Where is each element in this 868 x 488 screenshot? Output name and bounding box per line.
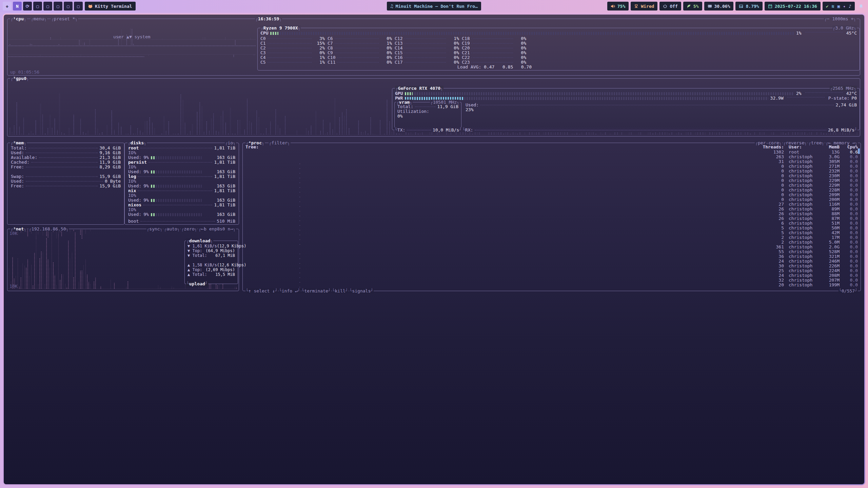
- update-interval-control[interactable]: − 1000ms +: [824, 16, 856, 21]
- process-row[interactable]: ├─220028Web Content(/nix/store/fqadd0bpr…: [245, 188, 858, 192]
- process-row[interactable]: ├─6472.ferdium-wrappe(/nix/store/a1pj8hx…: [245, 273, 858, 278]
- workspace-button[interactable]: ⟳: [23, 2, 32, 11]
- notifications-button[interactable]: [857, 2, 865, 11]
- select-control[interactable]: ↑ select ↓: [245, 288, 278, 293]
- gpu-meter-track: [405, 92, 794, 95]
- memory-row-label: Used:: [11, 150, 24, 155]
- disk-used-track: [151, 170, 202, 174]
- net-sync-button[interactable]: sync: [146, 226, 163, 231]
- core-name: C11: [328, 60, 335, 65]
- preset-button[interactable]: preset *: [51, 16, 78, 21]
- menu-button[interactable]: menu: [31, 16, 47, 21]
- process-row[interactable]: └─6536.ferdium-wrappe(/nix/store/a1pj8hx…: [245, 283, 858, 287]
- process-row[interactable]: [-]─1systemd(/run/current-system/systemd…: [245, 150, 858, 155]
- media-player-module[interactable]: ♫ Minuit Machine – Don't Run Fro…: [387, 2, 481, 11]
- process-row[interactable]: ├─11795WebExtensions(/nix/store/fqadd0bp…: [245, 159, 858, 164]
- volume-module[interactable]: 75%: [607, 2, 629, 11]
- core-name: C7: [328, 41, 333, 46]
- process-threads: 0: [762, 197, 784, 202]
- process-row[interactable]: ├─218067Web Content(/nix/store/fqadd0bpr…: [245, 169, 858, 174]
- info-control[interactable]: info ↵: [279, 288, 301, 293]
- net-zero-button[interactable]: zero: [181, 226, 197, 231]
- workspace-button[interactable]: ▢: [74, 2, 83, 11]
- process-scrollbar[interactable]: [858, 148, 860, 285]
- boot-disk-name: boot: [128, 219, 139, 224]
- process-user: christoph: [784, 240, 818, 245]
- filter-button[interactable]: filter: [269, 140, 291, 145]
- process-row[interactable]: ├─673288Web Content(/nix/store/fqadd0bpr…: [245, 207, 858, 211]
- io-toggle-button[interactable]: io: [225, 140, 236, 145]
- sort-column-selector[interactable]: ← memory →: [825, 140, 858, 145]
- process-row[interactable]: [-]─4783.ferdium-wrappe(/nix/store/a1pj8…: [245, 245, 858, 249]
- process-row[interactable]: ├─6511.ferdium-wrappe(/nix/store/a1pj8hx…: [245, 264, 858, 268]
- tray-icon[interactable]: ♪: [849, 4, 851, 8]
- workspace-button[interactable]: ▢: [43, 2, 52, 11]
- network-module[interactable]: Wired: [631, 2, 657, 11]
- tree-toggle[interactable]: tree: [808, 140, 825, 145]
- swap-stats: Swap: 15,9 GiB Used: 0 Byte: [11, 174, 121, 188]
- tray-icon[interactable]: ▣: [837, 4, 840, 8]
- per-core-toggle[interactable]: per-core: [755, 140, 782, 145]
- process-row[interactable]: ├─6654.ferdium-wrappe(/nix/store/a1pj8hx…: [245, 254, 858, 259]
- process-user: christoph: [784, 226, 818, 230]
- window-title-module[interactable]: Kitty Terminal: [85, 2, 136, 11]
- signals-control[interactable]: signals: [349, 288, 374, 293]
- process-row[interactable]: ├─11607Socket Process(/nix/store/fqadd0b…: [245, 221, 858, 226]
- tray-icon[interactable]: ≋: [832, 4, 834, 8]
- process-row[interactable]: ├─94753Web Content(/nix/store/fqadd0bprw…: [245, 164, 858, 169]
- net-interface-switcher[interactable]: ←b enp8s0 n→: [198, 226, 236, 231]
- scrollbar-thumb[interactable]: [858, 148, 860, 154]
- process-row[interactable]: ├─479390Web Content(/nix/store/fqadd0bpr…: [245, 197, 858, 202]
- terminate-control[interactable]: terminate: [301, 288, 331, 293]
- idle-inhibitor-module[interactable]: Off: [659, 2, 681, 11]
- disk-name: persist: [128, 160, 147, 165]
- process-row[interactable]: ├─41363Web Content(/nix/store/fqadd0bprw…: [245, 192, 858, 197]
- process-row[interactable]: [-]─11532.firefox-wrappe(/nix/store/fqad…: [245, 155, 858, 159]
- col-tree[interactable]: Tree:: [245, 144, 762, 150]
- process-row[interactable]: ├─11739RDD Process(/nix/store/fqadd0bprw…: [245, 226, 858, 230]
- core-name: C15: [395, 50, 402, 55]
- process-row[interactable]: ├─11732Privileged Cont(/nix/store/fqadd0…: [245, 202, 858, 207]
- process-row[interactable]: ├─11968.keepassxc-prox(/nix/store/bslpj6…: [245, 235, 858, 240]
- process-panel-title[interactable]: ⁴proc: [245, 140, 265, 145]
- process-row[interactable]: ├─11839Utility Process(/nix/store/fqadd0…: [245, 230, 858, 235]
- memory-panel-title[interactable]: ²mem: [10, 140, 27, 145]
- process-row[interactable]: ├─6350.ferdium-wrappe(/nix/store/a1pj8hx…: [245, 249, 858, 254]
- core-percent: 3%: [313, 36, 325, 41]
- process-row[interactable]: ├─689674Web Content(/nix/store/fqadd0bpr…: [245, 216, 858, 221]
- cpu-panel-title[interactable]: ¹cpu: [10, 16, 27, 21]
- workspace-button[interactable]: ▢: [64, 2, 73, 11]
- vram-utilization-value-row: 0%: [397, 114, 458, 119]
- tray-icon[interactable]: ✔: [826, 4, 829, 8]
- process-row[interactable]: ├─673038Web Content(/nix/store/fqadd0bpr…: [245, 211, 858, 216]
- tray-icon[interactable]: ✦: [843, 4, 846, 8]
- disk-usage-module[interactable]: 8.79%: [735, 2, 762, 11]
- cpu-usage-module[interactable]: 5%: [683, 2, 702, 11]
- process-row[interactable]: ├─5983.ferdium-wrappe(/nix/store/a1pj8hx…: [245, 259, 858, 264]
- process-cpu: 0.0: [840, 245, 858, 249]
- process-row[interactable]: ├─219152Web Content(/nix/store/fqadd0bpr…: [245, 174, 858, 178]
- net-auto-button[interactable]: auto: [163, 226, 180, 231]
- process-row[interactable]: ├─6520.ferdium-wrappe(/nix/store/a1pj8hx…: [245, 268, 858, 273]
- workspace-button[interactable]: ▢: [33, 2, 42, 11]
- workspace-button[interactable]: N: [13, 2, 22, 11]
- vram-utilization-label-row: Utilization:: [397, 109, 458, 114]
- disks-panel-title: disks: [127, 140, 147, 145]
- process-cpu: 0.0: [840, 221, 858, 226]
- clock-module[interactable]: 2025-07-22 16:36: [765, 2, 821, 11]
- process-row[interactable]: ├─11972Web Content(/nix/store/fqadd0bprw…: [245, 183, 858, 188]
- core-percent: 1%: [313, 55, 325, 60]
- process-row[interactable]: ├─580017Web Content(/nix/store/fqadd0bpr…: [245, 178, 858, 183]
- cpu-temperature: 45°C: [846, 31, 857, 36]
- disk-used-fill: [151, 170, 156, 174]
- reverse-toggle[interactable]: reverse: [783, 140, 807, 145]
- dotted-leader: [805, 92, 843, 93]
- memory-usage-module[interactable]: 30.06%: [704, 2, 734, 11]
- process-row[interactable]: ├─6517.ferdium-wrappe(/nix/store/a1pj8hx…: [245, 278, 858, 283]
- kill-control[interactable]: kill: [332, 288, 349, 293]
- workspace-button[interactable]: ▢: [54, 2, 62, 11]
- workspace-button[interactable]: ❖: [3, 2, 12, 11]
- network-panel-title[interactable]: ³net: [10, 226, 27, 231]
- process-row[interactable]: └─11539crashhelper(/nix/store/fqadd0bprw…: [245, 240, 858, 245]
- gpu-panel-title[interactable]: ⁵gpu0: [10, 76, 29, 81]
